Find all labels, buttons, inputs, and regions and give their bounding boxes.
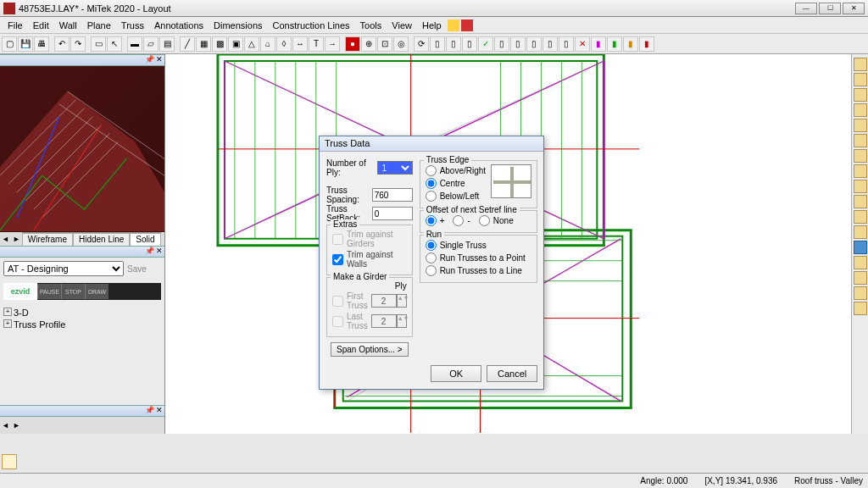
menu-edit[interactable]: Edit bbox=[29, 19, 53, 32]
tool-d[interactable]: ▯ bbox=[494, 36, 509, 52]
menu-tools[interactable]: Tools bbox=[356, 19, 387, 32]
alert-icon[interactable] bbox=[461, 19, 473, 31]
rtool-3[interactable] bbox=[854, 88, 867, 102]
tool-c[interactable]: ▯ bbox=[462, 36, 477, 52]
tool-box[interactable]: ▣ bbox=[228, 36, 243, 52]
tab-hidden-line[interactable]: Hidden Line bbox=[73, 233, 130, 246]
tool-save[interactable]: 💾 bbox=[18, 36, 33, 52]
tool-zoom[interactable]: ⊕ bbox=[361, 36, 376, 52]
truss-spacing-input[interactable] bbox=[372, 188, 413, 202]
panel-close-icon[interactable]: ✕ bbox=[156, 55, 163, 65]
menu-help[interactable]: Help bbox=[418, 19, 446, 32]
tool-undo[interactable]: ↶ bbox=[54, 36, 70, 52]
edge-centre-radio[interactable] bbox=[426, 178, 437, 189]
rtool-14[interactable] bbox=[854, 256, 867, 269]
rtool-9[interactable] bbox=[854, 180, 867, 193]
span-options-button[interactable]: Span Options... > bbox=[331, 342, 409, 357]
number-of-ply-select[interactable]: 1 bbox=[377, 161, 412, 175]
tool-print[interactable]: 🖶 bbox=[34, 36, 49, 52]
tool-home[interactable]: ⌂ bbox=[260, 36, 275, 52]
rtool-5[interactable] bbox=[854, 119, 867, 132]
run-point-radio[interactable] bbox=[426, 252, 437, 263]
recorder-pause[interactable]: PAUSE bbox=[37, 284, 61, 299]
tool-cursor[interactable]: ↖ bbox=[107, 36, 122, 52]
bottom-scroll-left[interactable]: ◄ bbox=[0, 421, 11, 430]
tool-dim[interactable]: ↔ bbox=[292, 36, 308, 52]
rtool-11[interactable] bbox=[854, 210, 867, 224]
tool-shape[interactable]: ◊ bbox=[276, 36, 292, 52]
tool-del[interactable]: ✕ bbox=[575, 36, 590, 52]
trim-walls-checkbox[interactable] bbox=[332, 254, 343, 265]
rtool-16[interactable] bbox=[854, 286, 867, 300]
rtool-6[interactable] bbox=[854, 134, 867, 147]
tool-triangle[interactable]: △ bbox=[244, 36, 259, 52]
panel-tack-icon[interactable]: 📌 bbox=[145, 55, 154, 65]
menu-truss[interactable]: Truss bbox=[117, 19, 148, 32]
tool-g[interactable]: ▯ bbox=[542, 36, 558, 52]
design-dropdown[interactable]: AT - Designing bbox=[3, 261, 124, 276]
save-button[interactable]: Save bbox=[127, 264, 161, 274]
rtool-8[interactable] bbox=[854, 164, 867, 178]
tool-line[interactable]: ╱ bbox=[180, 36, 195, 52]
warning-icon[interactable] bbox=[448, 19, 459, 31]
menu-view[interactable]: View bbox=[387, 19, 416, 32]
rtool-2[interactable] bbox=[854, 73, 867, 86]
tool-red[interactable]: ● bbox=[345, 36, 360, 52]
ok-button[interactable]: OK bbox=[431, 365, 481, 382]
tree-item-truss-profile[interactable]: Truss Profile bbox=[3, 319, 161, 330]
tool-b[interactable]: ▯ bbox=[446, 36, 461, 52]
rtool-4[interactable] bbox=[854, 103, 867, 117]
tool-frame[interactable]: ▦ bbox=[196, 36, 211, 52]
tool-text[interactable]: T bbox=[309, 36, 324, 52]
panel-close-icon[interactable]: ✕ bbox=[156, 406, 163, 416]
offset-minus-radio[interactable] bbox=[453, 215, 464, 226]
menu-file[interactable]: File bbox=[3, 19, 27, 32]
rtool-1[interactable] bbox=[854, 58, 867, 71]
preview-3d[interactable] bbox=[0, 66, 164, 232]
tab-solid[interactable]: Solid bbox=[130, 233, 160, 246]
tree-view[interactable]: 3-D Truss Profile bbox=[3, 307, 161, 330]
tool-grid[interactable]: ▩ bbox=[212, 36, 227, 52]
preview-scroll-right[interactable]: ► bbox=[11, 235, 22, 243]
truss-setback-input[interactable] bbox=[372, 207, 413, 220]
recorder-draw[interactable]: DRAW bbox=[85, 284, 108, 299]
recorder-stop[interactable]: STOP bbox=[61, 284, 85, 299]
preview-scroll-left[interactable]: ◄ bbox=[0, 235, 11, 243]
maximize-button[interactable]: ☐ bbox=[819, 3, 841, 14]
tool-m4[interactable]: ▮ bbox=[639, 36, 654, 52]
rtool-17[interactable] bbox=[854, 302, 867, 315]
rtool-7[interactable] bbox=[854, 149, 867, 163]
bottom-scroll-right[interactable]: ► bbox=[11, 421, 22, 430]
tool-ok[interactable]: ✓ bbox=[478, 36, 493, 52]
tree-item-3d[interactable]: 3-D bbox=[3, 307, 161, 319]
run-line-radio[interactable] bbox=[426, 265, 437, 276]
tool-f[interactable]: ▯ bbox=[526, 36, 542, 52]
rtool-10[interactable] bbox=[854, 195, 867, 208]
tool-select[interactable]: ▭ bbox=[91, 36, 106, 52]
menu-dimensions[interactable]: Dimensions bbox=[209, 19, 266, 32]
menu-plane[interactable]: Plane bbox=[83, 19, 115, 32]
rtool-12[interactable] bbox=[854, 225, 867, 239]
panel-close-icon[interactable]: ✕ bbox=[156, 247, 163, 257]
menu-annotations[interactable]: Annotations bbox=[150, 19, 208, 32]
tool-layer[interactable]: ▤ bbox=[159, 36, 175, 52]
tool-a[interactable]: ▯ bbox=[430, 36, 445, 52]
tool-plane[interactable]: ▱ bbox=[143, 36, 159, 52]
run-single-radio[interactable] bbox=[426, 240, 437, 251]
menu-wall[interactable]: Wall bbox=[55, 19, 81, 32]
panel-tack-icon[interactable]: 📌 bbox=[145, 247, 154, 257]
tool-m3[interactable]: ▮ bbox=[623, 36, 638, 52]
tool-target[interactable]: ◎ bbox=[393, 36, 409, 52]
rtool-13[interactable] bbox=[854, 241, 867, 254]
panel-tack-icon[interactable]: 📌 bbox=[145, 406, 154, 416]
offset-none-radio[interactable] bbox=[479, 215, 490, 226]
tool-zoomfit[interactable]: ⊡ bbox=[377, 36, 392, 52]
tab-wireframe[interactable]: Wireframe bbox=[22, 233, 73, 246]
edge-below-radio[interactable] bbox=[426, 191, 437, 202]
tool-new[interactable]: ▢ bbox=[2, 36, 17, 52]
tool-m1[interactable]: ▮ bbox=[591, 36, 606, 52]
tool-m2[interactable]: ▮ bbox=[607, 36, 622, 52]
cancel-button[interactable]: Cancel bbox=[487, 365, 537, 382]
offset-plus-radio[interactable] bbox=[426, 215, 437, 226]
edge-above-radio[interactable] bbox=[426, 165, 437, 176]
